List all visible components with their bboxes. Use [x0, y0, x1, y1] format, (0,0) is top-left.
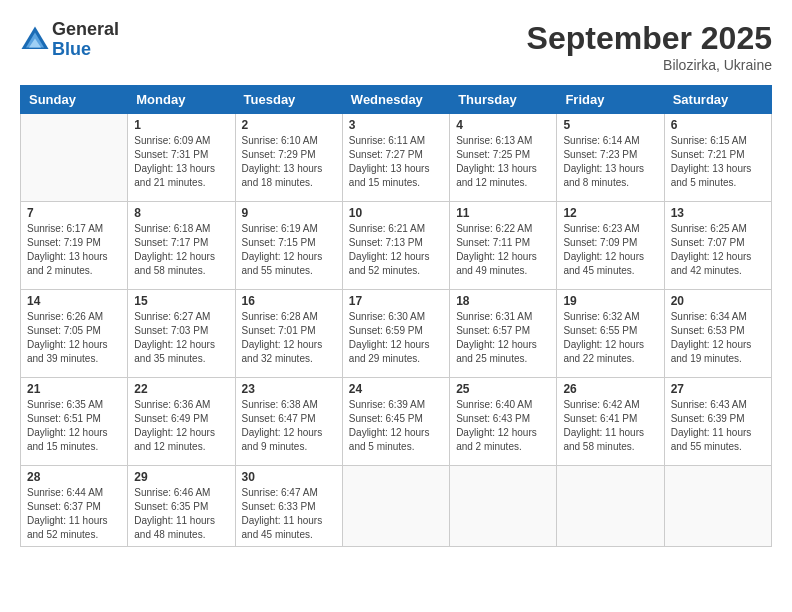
day-info: Sunrise: 6:35 AMSunset: 6:51 PMDaylight:…	[27, 398, 121, 454]
table-row: 4Sunrise: 6:13 AMSunset: 7:25 PMDaylight…	[450, 114, 557, 202]
table-row: 23Sunrise: 6:38 AMSunset: 6:47 PMDayligh…	[235, 378, 342, 466]
table-row: 15Sunrise: 6:27 AMSunset: 7:03 PMDayligh…	[128, 290, 235, 378]
day-number: 2	[242, 118, 336, 132]
day-info: Sunrise: 6:19 AMSunset: 7:15 PMDaylight:…	[242, 222, 336, 278]
header-wednesday: Wednesday	[342, 86, 449, 114]
day-number: 19	[563, 294, 657, 308]
table-row: 9Sunrise: 6:19 AMSunset: 7:15 PMDaylight…	[235, 202, 342, 290]
logo-icon	[20, 25, 50, 55]
table-row: 27Sunrise: 6:43 AMSunset: 6:39 PMDayligh…	[664, 378, 771, 466]
table-row: 12Sunrise: 6:23 AMSunset: 7:09 PMDayligh…	[557, 202, 664, 290]
day-info: Sunrise: 6:10 AMSunset: 7:29 PMDaylight:…	[242, 134, 336, 190]
header: General Blue September 2025 Bilozirka, U…	[20, 20, 772, 73]
table-row: 10Sunrise: 6:21 AMSunset: 7:13 PMDayligh…	[342, 202, 449, 290]
day-number: 22	[134, 382, 228, 396]
table-row: 28Sunrise: 6:44 AMSunset: 6:37 PMDayligh…	[21, 466, 128, 547]
day-number: 14	[27, 294, 121, 308]
calendar-body: 1Sunrise: 6:09 AMSunset: 7:31 PMDaylight…	[21, 114, 772, 547]
day-info: Sunrise: 6:36 AMSunset: 6:49 PMDaylight:…	[134, 398, 228, 454]
day-info: Sunrise: 6:14 AMSunset: 7:23 PMDaylight:…	[563, 134, 657, 190]
day-number: 17	[349, 294, 443, 308]
table-row: 22Sunrise: 6:36 AMSunset: 6:49 PMDayligh…	[128, 378, 235, 466]
day-number: 28	[27, 470, 121, 484]
day-number: 3	[349, 118, 443, 132]
day-number: 25	[456, 382, 550, 396]
table-row: 29Sunrise: 6:46 AMSunset: 6:35 PMDayligh…	[128, 466, 235, 547]
day-number: 13	[671, 206, 765, 220]
day-number: 11	[456, 206, 550, 220]
table-row: 30Sunrise: 6:47 AMSunset: 6:33 PMDayligh…	[235, 466, 342, 547]
day-info: Sunrise: 6:47 AMSunset: 6:33 PMDaylight:…	[242, 486, 336, 542]
day-number: 6	[671, 118, 765, 132]
table-row: 3Sunrise: 6:11 AMSunset: 7:27 PMDaylight…	[342, 114, 449, 202]
table-row: 18Sunrise: 6:31 AMSunset: 6:57 PMDayligh…	[450, 290, 557, 378]
table-row: 6Sunrise: 6:15 AMSunset: 7:21 PMDaylight…	[664, 114, 771, 202]
logo: General Blue	[20, 20, 119, 60]
day-number: 1	[134, 118, 228, 132]
day-info: Sunrise: 6:09 AMSunset: 7:31 PMDaylight:…	[134, 134, 228, 190]
day-number: 30	[242, 470, 336, 484]
table-row: 25Sunrise: 6:40 AMSunset: 6:43 PMDayligh…	[450, 378, 557, 466]
title-block: September 2025 Bilozirka, Ukraine	[527, 20, 772, 73]
table-row	[21, 114, 128, 202]
table-row	[450, 466, 557, 547]
day-number: 12	[563, 206, 657, 220]
logo-text: General Blue	[52, 20, 119, 60]
day-number: 16	[242, 294, 336, 308]
day-number: 5	[563, 118, 657, 132]
day-info: Sunrise: 6:26 AMSunset: 7:05 PMDaylight:…	[27, 310, 121, 366]
table-row	[557, 466, 664, 547]
table-row: 1Sunrise: 6:09 AMSunset: 7:31 PMDaylight…	[128, 114, 235, 202]
calendar-header: Sunday Monday Tuesday Wednesday Thursday…	[21, 86, 772, 114]
day-number: 9	[242, 206, 336, 220]
table-row: 17Sunrise: 6:30 AMSunset: 6:59 PMDayligh…	[342, 290, 449, 378]
day-info: Sunrise: 6:11 AMSunset: 7:27 PMDaylight:…	[349, 134, 443, 190]
day-number: 27	[671, 382, 765, 396]
day-number: 7	[27, 206, 121, 220]
day-number: 18	[456, 294, 550, 308]
day-info: Sunrise: 6:39 AMSunset: 6:45 PMDaylight:…	[349, 398, 443, 454]
day-info: Sunrise: 6:17 AMSunset: 7:19 PMDaylight:…	[27, 222, 121, 278]
day-info: Sunrise: 6:43 AMSunset: 6:39 PMDaylight:…	[671, 398, 765, 454]
table-row: 26Sunrise: 6:42 AMSunset: 6:41 PMDayligh…	[557, 378, 664, 466]
table-row: 8Sunrise: 6:18 AMSunset: 7:17 PMDaylight…	[128, 202, 235, 290]
header-row: Sunday Monday Tuesday Wednesday Thursday…	[21, 86, 772, 114]
header-saturday: Saturday	[664, 86, 771, 114]
day-number: 20	[671, 294, 765, 308]
day-info: Sunrise: 6:27 AMSunset: 7:03 PMDaylight:…	[134, 310, 228, 366]
day-number: 15	[134, 294, 228, 308]
month-title: September 2025	[527, 20, 772, 57]
day-info: Sunrise: 6:15 AMSunset: 7:21 PMDaylight:…	[671, 134, 765, 190]
day-info: Sunrise: 6:30 AMSunset: 6:59 PMDaylight:…	[349, 310, 443, 366]
table-row: 14Sunrise: 6:26 AMSunset: 7:05 PMDayligh…	[21, 290, 128, 378]
day-number: 26	[563, 382, 657, 396]
day-info: Sunrise: 6:32 AMSunset: 6:55 PMDaylight:…	[563, 310, 657, 366]
table-row: 7Sunrise: 6:17 AMSunset: 7:19 PMDaylight…	[21, 202, 128, 290]
header-thursday: Thursday	[450, 86, 557, 114]
day-number: 23	[242, 382, 336, 396]
day-info: Sunrise: 6:28 AMSunset: 7:01 PMDaylight:…	[242, 310, 336, 366]
day-number: 24	[349, 382, 443, 396]
table-row: 5Sunrise: 6:14 AMSunset: 7:23 PMDaylight…	[557, 114, 664, 202]
table-row: 24Sunrise: 6:39 AMSunset: 6:45 PMDayligh…	[342, 378, 449, 466]
location-subtitle: Bilozirka, Ukraine	[527, 57, 772, 73]
day-info: Sunrise: 6:38 AMSunset: 6:47 PMDaylight:…	[242, 398, 336, 454]
table-row: 20Sunrise: 6:34 AMSunset: 6:53 PMDayligh…	[664, 290, 771, 378]
day-number: 10	[349, 206, 443, 220]
day-number: 29	[134, 470, 228, 484]
table-row: 19Sunrise: 6:32 AMSunset: 6:55 PMDayligh…	[557, 290, 664, 378]
table-row: 16Sunrise: 6:28 AMSunset: 7:01 PMDayligh…	[235, 290, 342, 378]
day-info: Sunrise: 6:21 AMSunset: 7:13 PMDaylight:…	[349, 222, 443, 278]
day-number: 8	[134, 206, 228, 220]
day-info: Sunrise: 6:44 AMSunset: 6:37 PMDaylight:…	[27, 486, 121, 542]
day-info: Sunrise: 6:13 AMSunset: 7:25 PMDaylight:…	[456, 134, 550, 190]
page: General Blue September 2025 Bilozirka, U…	[0, 0, 792, 612]
calendar-table: Sunday Monday Tuesday Wednesday Thursday…	[20, 85, 772, 547]
header-monday: Monday	[128, 86, 235, 114]
logo-general: General	[52, 20, 119, 40]
day-info: Sunrise: 6:34 AMSunset: 6:53 PMDaylight:…	[671, 310, 765, 366]
day-info: Sunrise: 6:42 AMSunset: 6:41 PMDaylight:…	[563, 398, 657, 454]
table-row: 11Sunrise: 6:22 AMSunset: 7:11 PMDayligh…	[450, 202, 557, 290]
header-tuesday: Tuesday	[235, 86, 342, 114]
day-info: Sunrise: 6:23 AMSunset: 7:09 PMDaylight:…	[563, 222, 657, 278]
